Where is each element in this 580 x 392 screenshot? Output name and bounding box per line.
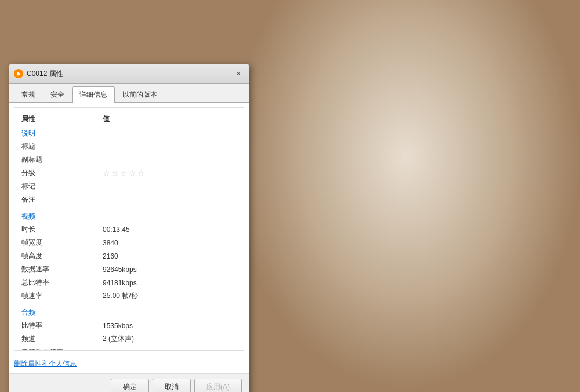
header-col1: 属性 <box>21 114 103 124</box>
prop-key: 帧高度 <box>21 251 103 261</box>
separator <box>19 304 239 304</box>
apply-button[interactable]: 应用(A) <box>194 379 242 392</box>
header-col2: 值 <box>103 114 237 124</box>
rating-stars[interactable]: ☆☆☆☆☆ <box>103 169 237 178</box>
prop-value: 00:13:45 <box>103 226 237 234</box>
prop-key: 帧速率 <box>21 291 103 301</box>
prop-key: 比特率 <box>21 321 103 331</box>
table-row: 时长 00:13:45 <box>19 223 239 236</box>
prop-key: 频道 <box>21 334 103 344</box>
section-audio: 音频 <box>19 306 239 319</box>
table-row: 副标题 <box>19 153 239 166</box>
prop-key: 备注 <box>21 195 103 205</box>
prop-value: 2 (立体声) <box>103 334 237 344</box>
table-row: 备注 <box>19 193 239 206</box>
vlc-icon: ▶ <box>14 69 23 78</box>
table-row: 频道 2 (立体声) <box>19 332 239 346</box>
table-row: 数据速率 92645kbps <box>19 263 239 276</box>
properties-table: 属性 值 说明 标题 副标题 分级 ☆☆☆☆☆ 标记 备注 <box>14 107 244 351</box>
tab-bar: 常规 安全 详细信息 以前的版本 <box>9 84 249 103</box>
prop-value: 2160 <box>103 252 237 260</box>
table-header: 属性 值 <box>19 112 239 126</box>
table-row: 帧高度 2160 <box>19 249 239 263</box>
table-row: 帧宽度 3840 <box>19 236 239 249</box>
table-row: 比特率 1535kbps <box>19 319 239 332</box>
prop-key: 标记 <box>21 182 103 191</box>
close-button[interactable]: × <box>233 68 244 79</box>
prop-key: 标题 <box>21 141 103 151</box>
cancel-button[interactable]: 取消 <box>153 379 191 392</box>
prop-key: 副标题 <box>21 155 103 165</box>
ok-button[interactable]: 确定 <box>111 379 149 392</box>
title-bar-left: ▶ C0012 属性 <box>14 69 63 79</box>
prop-value: 25.00 帧/秒 <box>103 291 237 301</box>
prop-key: 帧宽度 <box>21 238 103 248</box>
properties-dialog: ▶ C0012 属性 × 常规 安全 详细信息 以前的版本 属性 值 说明 标题… <box>9 64 249 392</box>
section-video: 视频 <box>19 209 239 223</box>
table-row: 标记 <box>19 180 239 193</box>
separator <box>19 208 239 208</box>
prop-key: 时长 <box>21 224 103 234</box>
prop-value: 94181kbps <box>103 279 237 287</box>
prop-value: 3840 <box>103 239 237 247</box>
table-row: 音频采样频率 48.000 kHz <box>19 346 239 351</box>
title-bar: ▶ C0012 属性 × <box>9 64 249 84</box>
table-row: 总比特率 94181kbps <box>19 276 239 289</box>
delete-properties-link[interactable]: 删除属性和个人信息 <box>9 355 249 373</box>
table-row: 分级 ☆☆☆☆☆ <box>19 166 239 180</box>
dialog-title: C0012 属性 <box>27 69 63 79</box>
prop-value: 92645kbps <box>103 266 237 274</box>
prop-key: 数据速率 <box>21 264 103 274</box>
tab-security[interactable]: 安全 <box>43 86 72 103</box>
prop-key: 音频采样频率 <box>21 347 103 351</box>
section-description: 说明 <box>19 126 239 140</box>
prop-key: 分级 <box>21 168 103 178</box>
button-row: 确定 取消 应用(A) <box>9 373 249 392</box>
table-row: 标题 <box>19 140 239 153</box>
tab-details[interactable]: 详细信息 <box>72 86 115 103</box>
dialog-content: 属性 值 说明 标题 副标题 分级 ☆☆☆☆☆ 标记 备注 <box>9 103 249 392</box>
prop-key: 总比特率 <box>21 278 103 288</box>
tab-previous[interactable]: 以前的版本 <box>115 86 165 103</box>
table-row: 帧速率 25.00 帧/秒 <box>19 289 239 303</box>
tab-general[interactable]: 常规 <box>14 86 43 103</box>
prop-value: 1535kbps <box>103 322 237 330</box>
prop-value: 48.000 kHz <box>103 349 237 351</box>
